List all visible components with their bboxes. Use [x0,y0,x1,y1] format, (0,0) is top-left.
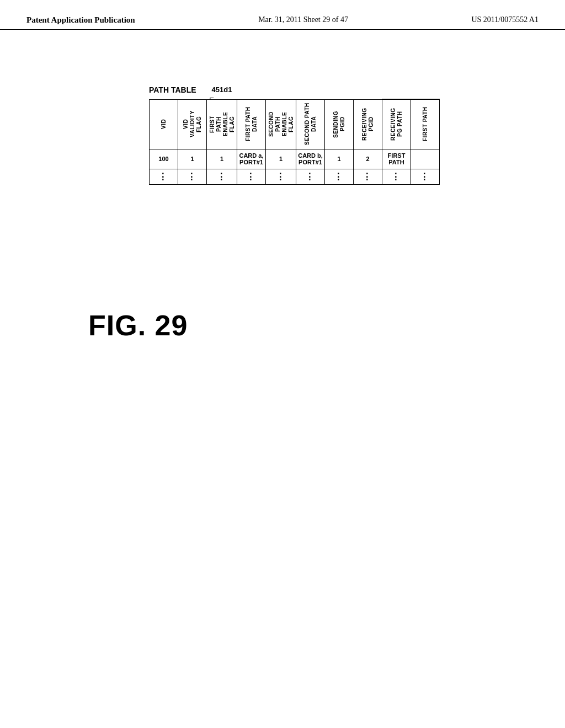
bracket-label: 451d1 [212,85,232,94]
col-vid-validity: VIDVALIDITYFLAG [178,99,207,149]
dots-receiving-pgid: ⋮ [354,169,382,184]
dots-first-path: ⋮ [411,169,440,184]
cell-first-path-enable: 1 [207,149,237,169]
figure-label: FIG. 29 [88,309,188,342]
col-first-path-enable: FIRSTPATHENABLEFLAG [207,99,237,149]
cell-sending-pgid: 1 [325,149,354,169]
dots-first-path-enable: ⋮ [207,169,237,184]
patent-number: US 2011/0075552 A1 [471,15,539,24]
dots-second-path-enable: ⋮ [266,169,296,184]
dots-vid-validity: ⋮ [178,169,207,184]
cell-vid: 100 [150,149,178,169]
dots-sending-pgid: ⋮ [325,169,354,184]
col-second-path-data: SECOND PATH DATA [296,99,325,149]
publication-label: Patent Application Publication [26,15,135,25]
dots-vid: ⋮ [150,169,178,184]
path-table-container: VID VIDVALIDITYFLAG FIRSTPATHENABLEFLAG … [149,99,548,185]
table-row-1: 100 1 1 CARD a, PORT#1 1 CARD b, PORT#1 … [150,149,440,169]
cell-first-path [411,149,440,169]
main-content: PATH TABLE 451d1 ⌐ VID VIDVALIDITYFLAG F… [149,85,548,185]
col-first-path: FIRST PATH [411,99,440,149]
path-table-title: PATH TABLE [149,85,196,94]
cell-vid-validity: 1 [178,149,207,169]
col-second-path-enable: SECONDPATHENABLEFLAG [266,99,296,149]
table-row-dots: ⋮ ⋮ ⋮ ⋮ ⋮ ⋮ ⋮ ⋮ ⋮ ⋮ [150,169,440,184]
col-first-path-data: FIRST PATHDATA [237,99,266,149]
cell-receiving-pgid: 2 [354,149,382,169]
cell-second-path-data: CARD b, PORT#1 [296,149,325,169]
dots-receiving-pg-path: ⋮ [382,169,411,184]
dots-second-path-data: ⋮ [296,169,325,184]
page-header: Patent Application Publication Mar. 31, … [0,0,565,30]
path-table: VID VIDVALIDITYFLAG FIRSTPATHENABLEFLAG … [149,99,440,185]
col-receiving-pgid: RECEIVINGPGID [354,99,382,149]
cell-receiving-pg-path: FIRST PATH [382,149,411,169]
col-vid: VID [150,99,178,149]
sheet-info: Mar. 31, 2011 Sheet 29 of 47 [258,15,348,24]
col-sending-pgid: SENDINGPGID [325,99,354,149]
cell-second-path-enable: 1 [266,149,296,169]
cell-first-path-data: CARD a, PORT#1 [237,149,266,169]
col-receiving-pg-path: RECEIVINGPG PATH [382,99,411,149]
dots-first-path-data: ⋮ [237,169,266,184]
